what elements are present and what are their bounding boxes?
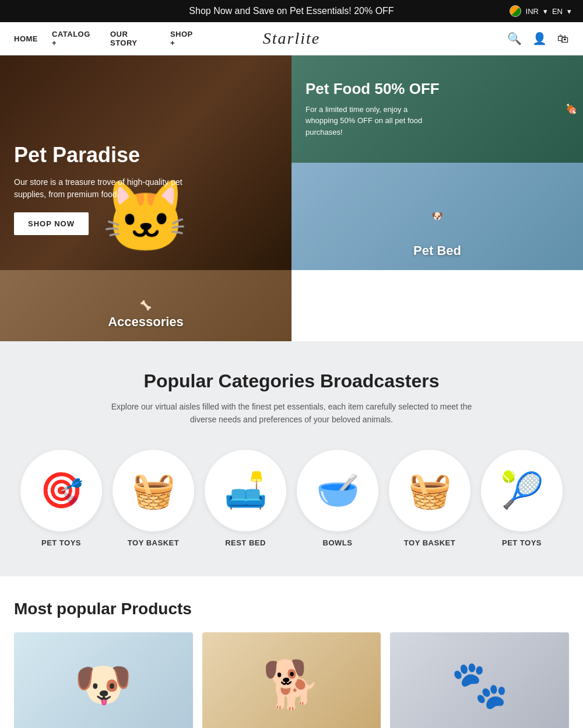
nav-our-story[interactable]: OUR STORY [110, 30, 156, 47]
category-label-rest-bed: REST BED [225, 538, 266, 547]
hero-main-description: Our store is a treasure trove of high-qu… [14, 176, 201, 201]
categories-grid: 🎯 PET TOYS 🧺 TOY BASKET 🛋️ REST BED 🥣 BO… [12, 450, 571, 547]
cart-icon[interactable]: 🛍 [557, 32, 569, 46]
product-card-1[interactable]: 🐶 [14, 632, 193, 728]
most-popular-section: Most popular Products 🐶 🐕 🐾 [0, 576, 583, 728]
nav-home[interactable]: HOME [14, 34, 38, 43]
product-image-3: 🐾 [390, 632, 569, 728]
category-circle-toy-basket-2: 🧺 [389, 450, 470, 531]
hero-pet-bed[interactable]: 🐶 Pet Bed [292, 163, 583, 270]
category-item-toy-basket-2[interactable]: 🧺 TOY BASKET [389, 450, 470, 547]
hero-accessories[interactable]: 🦴 Accessories [0, 270, 292, 341]
categories-title: Popular Categories Broadcasters [12, 370, 571, 392]
category-item-pet-toys-1[interactable]: 🎯 PET TOYS [20, 450, 102, 547]
hero-accessories-label: Accessories [108, 314, 184, 330]
toy-basket-icon-1: 🧺 [132, 470, 175, 511]
category-label-pet-toys-2: PET TOYS [502, 538, 542, 547]
categories-description: Explore our virtual aisles filled with t… [102, 400, 481, 426]
hero-pet-bed-label: Pet Bed [413, 243, 461, 258]
bowls-icon: 🥣 [316, 470, 360, 511]
category-item-pet-toys-2[interactable]: 🎾 PET TOYS [481, 450, 563, 547]
product-card-2[interactable]: 🐕 [202, 632, 381, 728]
search-icon[interactable]: 🔍 [507, 32, 522, 46]
hero-food-description: For a limited time only, enjoy a whoppin… [305, 104, 434, 138]
flag-icon [510, 5, 521, 17]
category-label-pet-toys-1: PET TOYS [41, 538, 81, 547]
currency-selector[interactable]: INR [526, 7, 539, 16]
language-selector[interactable]: EN [552, 7, 563, 16]
shop-now-button[interactable]: SHOP NOW [14, 212, 89, 235]
categories-section: Popular Categories Broadcasters Explore … [0, 341, 583, 576]
hero-food-title: Pet Food 50% OFF [305, 80, 440, 98]
hero-food-content: Pet Food 50% OFF For a limited time only… [305, 80, 440, 138]
category-circle-rest-bed: 🛋️ [205, 450, 286, 531]
product-image-1: 🐶 [14, 632, 193, 728]
banner-text: Shop Now and Save on Pet Essentials! 20%… [189, 6, 394, 16]
products-grid: 🐶 🐕 🐾 [14, 632, 569, 728]
pet-toys-icon-2: 🎾 [500, 470, 544, 511]
nav-catalog[interactable]: CATALOG + [52, 30, 96, 47]
nav-shop[interactable]: SHOP + [170, 30, 199, 47]
category-circle-toy-basket-1: 🧺 [113, 450, 194, 531]
navbar: HOME CATALOG + OUR STORY SHOP + Starlite… [0, 22, 583, 55]
pet-toys-icon-1: 🎯 [40, 470, 83, 511]
toy-basket-icon-2: 🧺 [408, 470, 452, 511]
navbar-actions: 🔍 👤 🛍 [384, 32, 569, 46]
navbar-links: HOME CATALOG + OUR STORY SHOP + [14, 30, 199, 47]
top-banner: Shop Now and Save on Pet Essentials! 20%… [0, 0, 583, 22]
category-label-toy-basket-1: TOY BASKET [128, 538, 179, 547]
hero-section: 🐱 Pet Paradise Our store is a treasure t… [0, 55, 583, 341]
hero-main-overlay: Pet Paradise Our store is a treasure tro… [14, 142, 201, 235]
product-image-2: 🐕 [202, 632, 381, 728]
category-label-bowls: BOWLS [323, 538, 353, 547]
most-popular-title: Most popular Products [14, 600, 569, 618]
category-circle-bowls: 🥣 [297, 450, 378, 531]
category-label-toy-basket-2: TOY BASKET [404, 538, 455, 547]
account-icon[interactable]: 👤 [532, 32, 547, 46]
category-item-rest-bed[interactable]: 🛋️ REST BED [205, 450, 286, 547]
hero-food: 🍖 Pet Food 50% OFF For a limited time on… [292, 55, 583, 163]
category-circle-pet-toys-1: 🎯 [20, 450, 102, 531]
category-item-bowls[interactable]: 🥣 BOWLS [297, 450, 378, 547]
hero-main: 🐱 Pet Paradise Our store is a treasure t… [0, 55, 292, 270]
product-card-3[interactable]: 🐾 [390, 632, 569, 728]
site-logo[interactable]: Starlite [199, 29, 384, 48]
hero-main-title: Pet Paradise [14, 142, 201, 167]
rest-bed-icon: 🛋️ [224, 470, 268, 511]
category-item-toy-basket-1[interactable]: 🧺 TOY BASKET [113, 450, 194, 547]
category-circle-pet-toys-2: 🎾 [481, 450, 563, 531]
